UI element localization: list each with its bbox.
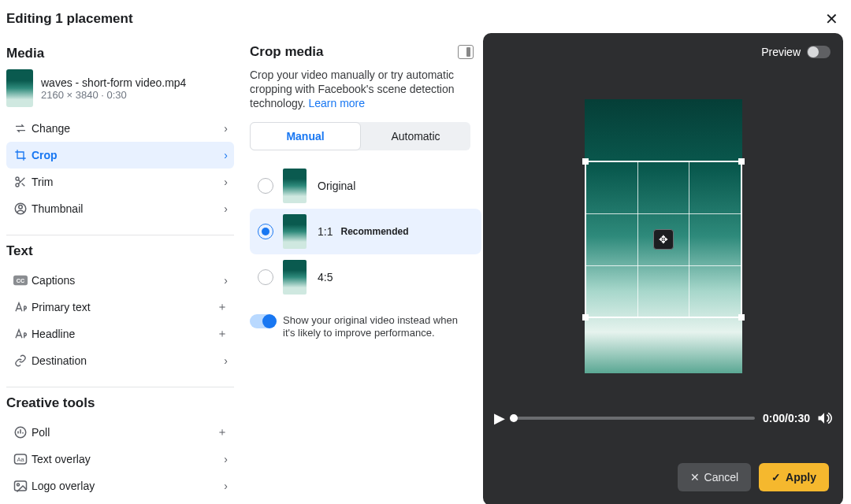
link-icon [9,354,32,367]
sidebar-item-trim[interactable]: Trim › [6,169,234,195]
crop-handle[interactable] [582,314,589,321]
radio-icon [258,178,273,194]
crop-handle[interactable] [582,158,589,165]
media-filename: waves - short-form video.mp4 [41,76,186,89]
crop-handle[interactable] [738,158,745,165]
volume-icon[interactable] [816,410,832,426]
close-icon[interactable]: ✕ [825,11,838,27]
sidebar-item-crop[interactable]: Crop › [6,142,234,169]
sidebar-item-label: Headline [32,328,217,340]
thumbnail-icon [9,202,32,216]
close-icon: ✕ [690,471,700,484]
section-divider [6,235,234,235]
tools-section-title: Creative tools [6,395,234,411]
video-preview: ✥ [585,99,742,373]
image-icon [9,480,32,492]
toggle-panel-icon[interactable] [458,45,474,59]
ratio-label: 1:1 [318,225,333,238]
apply-label: Apply [786,471,816,484]
check-icon: ✓ [771,471,781,484]
chevron-right-icon: › [224,453,228,465]
plus-icon: ＋ [217,327,228,341]
show-original-text: Show your original video instead when it… [283,314,470,341]
cancel-label: Cancel [704,471,739,484]
ratio-thumbnail [283,260,307,295]
sidebar-item-label: Poll [32,426,217,439]
crop-mode-tabs: Manual Automatic [250,122,470,150]
sidebar-item-logo-overlay[interactable]: Logo overlay › [6,472,234,499]
ratio-thumbnail [283,169,307,203]
sidebar-item-primary-text[interactable]: Primary text ＋ [6,294,234,321]
preview-panel: Preview ✥ ▶ 0:00/0:30 [483,33,843,504]
sidebar-item-label: Destination [32,354,224,367]
plus-icon: ＋ [217,425,228,439]
scissors-icon [9,176,32,188]
video-thumbnail [6,69,33,107]
section-divider [6,387,234,387]
plus-icon: ＋ [217,300,228,314]
ratio-option-4-5[interactable]: 4:5 [250,254,481,300]
crop-description: Crop your video manually or try automati… [250,68,474,111]
play-icon[interactable]: ▶ [494,410,505,427]
sidebar-item-change[interactable]: Change › [6,115,234,142]
svg-point-0 [16,177,19,180]
text-icon [9,302,32,313]
crop-handle[interactable] [738,314,745,321]
ratio-label: Original [318,180,355,192]
text-icon [9,328,32,339]
video-scrubber[interactable] [513,417,755,420]
show-original-toggle[interactable] [250,314,275,328]
chevron-right-icon: › [224,202,228,215]
sidebar-item-poll[interactable]: Poll ＋ [6,419,234,446]
tab-manual[interactable]: Manual [250,122,361,150]
sidebar-item-label: Captions [32,274,224,287]
svg-text:Aa: Aa [17,456,24,463]
swap-icon [9,122,32,135]
chevron-right-icon: › [224,274,228,287]
learn-more-link[interactable]: Learn more [308,97,365,109]
sidebar-item-headline[interactable]: Headline ＋ [6,321,234,347]
crop-frame[interactable]: ✥ [585,161,742,318]
cancel-button[interactable]: ✕ Cancel [678,463,752,491]
ratio-option-original[interactable]: Original [250,163,481,209]
svg-text:CC: CC [17,277,24,284]
tab-automatic[interactable]: Automatic [361,122,470,150]
captions-icon: CC [9,275,32,286]
recommended-badge: Recommended [340,226,408,237]
ratio-option-1-1[interactable]: 1:1 Recommended [250,209,481,254]
sidebar-item-captions[interactable]: CC Captions › [6,267,234,294]
svg-point-3 [19,206,23,209]
media-section-title: Media [6,46,234,61]
sidebar-item-label: Logo overlay [32,480,224,492]
sidebar-item-label: Primary text [32,301,217,313]
crop-icon [9,149,32,161]
text-section-title: Text [6,243,234,259]
sidebar-item-text-overlay[interactable]: Aa Text overlay › [6,446,234,472]
text-overlay-icon: Aa [9,453,32,465]
ratio-thumbnail [283,214,307,249]
crop-media-title: Crop media [250,44,324,60]
svg-rect-9 [15,481,27,491]
svg-point-10 [17,484,20,486]
page-title: Editing 1 placement [6,11,133,27]
radio-icon [258,269,273,285]
ratio-label: 4:5 [318,271,333,284]
sidebar-item-destination[interactable]: Destination › [6,347,234,374]
radio-icon [258,224,273,239]
chevron-right-icon: › [224,176,228,188]
preview-toggle[interactable] [807,46,831,58]
chevron-right-icon: › [224,122,228,135]
sidebar-item-thumbnail[interactable]: Thumbnail › [6,195,234,222]
move-icon[interactable]: ✥ [653,229,674,250]
apply-button[interactable]: ✓ Apply [759,463,829,491]
preview-label: Preview [761,46,801,58]
sidebar-item-label: Crop [32,149,224,161]
chevron-right-icon: › [224,354,228,367]
chevron-right-icon: › [224,480,228,492]
poll-icon [9,425,32,439]
svg-point-1 [16,183,19,187]
chevron-right-icon: › [224,149,228,161]
sidebar-item-label: Change [32,122,224,135]
sidebar-item-label: Thumbnail [32,202,224,215]
media-card: waves - short-form video.mp4 2160 × 3840… [6,69,234,107]
